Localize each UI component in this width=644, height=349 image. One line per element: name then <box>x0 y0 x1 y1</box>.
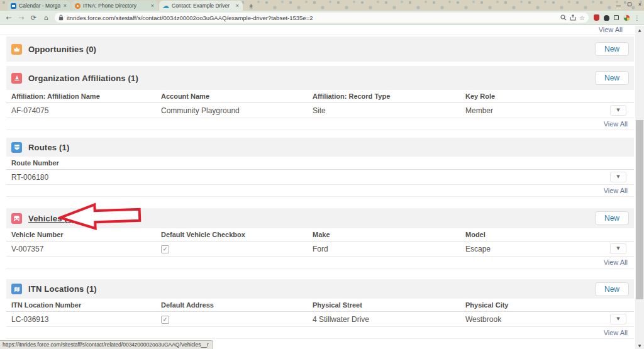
table-header-row: Affiliation: Affiliation Name Account Na… <box>6 90 634 103</box>
maximize-icon[interactable] <box>628 3 631 6</box>
checkbox-checked-icon[interactable]: ✓ <box>161 316 169 324</box>
chevron-down-icon: ▼ <box>616 317 619 321</box>
section-title-itn-locations[interactable]: ITN Locations (1) <box>28 284 97 294</box>
tab-title: Contact: Example Driver <box>172 3 233 9</box>
related-list-organization-affiliations: Organization Affiliations (1) New Affili… <box>6 66 634 130</box>
related-list-header: Opportunities (0) New <box>6 36 634 62</box>
scroll-up-icon[interactable]: ▲ <box>635 26 644 33</box>
related-list-footer: View All <box>6 257 634 269</box>
location-map-icon <box>11 284 22 294</box>
table-row: AF-074075 Community Playground Site Memb… <box>6 103 634 118</box>
extension-paw-icon[interactable] <box>604 15 609 21</box>
calendar-favicon-icon <box>11 3 16 9</box>
route-icon <box>11 142 22 153</box>
tab-contact-example-driver[interactable]: ☁ Contact: Example Driver × <box>159 1 243 11</box>
lock-icon <box>58 14 64 21</box>
view-all-link[interactable]: View All <box>604 120 628 128</box>
vehicle-car-icon <box>11 213 22 224</box>
home-icon[interactable]: ⌂ <box>40 14 52 22</box>
address-bar[interactable]: itnrides.force.com/sitestaff/s/contact/0… <box>55 13 589 23</box>
tab-close-icon[interactable]: × <box>63 3 67 9</box>
table-header-row: Route Number <box>6 157 634 170</box>
bookmark-star-icon[interactable]: ☆ <box>579 14 585 21</box>
view-all-link[interactable]: View All <box>604 329 628 336</box>
affiliation-icon <box>11 73 22 84</box>
close-window-icon[interactable]: × <box>638 1 641 8</box>
section-title-organization-affiliations[interactable]: Organization Affiliations (1) <box>28 74 138 83</box>
minimize-icon[interactable] <box>616 3 621 6</box>
opportunity-crown-icon <box>11 44 22 55</box>
row-actions-button[interactable]: ▼ <box>610 172 626 182</box>
reload-icon[interactable]: ⟳ <box>28 14 40 22</box>
tab-itna-directory[interactable]: ITNA: Phone Directory × <box>72 1 158 11</box>
status-bar-url: https://itnrides.force.com/sitestaff/s/c… <box>0 340 213 349</box>
back-icon[interactable]: ← <box>3 14 15 22</box>
scrollbar-thumb[interactable] <box>636 120 643 299</box>
new-vehicle-button[interactable]: New <box>595 211 629 225</box>
adblock-shield-icon[interactable] <box>594 14 599 21</box>
table-row: RT-006180 ▼ <box>6 170 634 185</box>
itna-favicon-icon <box>75 3 80 9</box>
section-title-routes[interactable]: Routes (1) <box>28 143 70 152</box>
related-list-routes: Routes (1) Route Number RT-006180 ▼ View… <box>6 138 634 197</box>
table-row: LC-036913 ✓ 4 Stillwater Drive Westbrook… <box>6 312 634 327</box>
chevron-down-icon: ▼ <box>616 247 619 251</box>
contact-related-lists-page: View All Opportunities (0) New Organizat… <box>0 26 635 349</box>
related-list-itn-locations: ITN Locations (1) New ITN Location Numbe… <box>6 279 634 339</box>
table-header-row: ITN Location Number Default Address Phys… <box>6 299 634 312</box>
tab-close-icon[interactable]: × <box>150 3 155 9</box>
record-link[interactable]: RT-006180 <box>11 173 48 182</box>
table-row: V-007357 ✓ Ford Escape ▼ <box>6 241 634 257</box>
chevron-down-icon: ▼ <box>616 108 619 113</box>
url-text: itnrides.force.com/sitestaff/s/contact/0… <box>67 14 557 21</box>
tab-title: Calendar - Morgan Jameson - O <box>19 3 60 9</box>
new-opportunity-button[interactable]: New <box>595 42 629 56</box>
new-tab-button[interactable]: + <box>247 1 255 11</box>
share-icon[interactable] <box>570 14 576 21</box>
view-all-link[interactable]: View All <box>604 187 628 194</box>
salesforce-cloud-favicon-icon: ☁ <box>162 3 169 9</box>
related-list-opportunities: Opportunities (0) New <box>6 36 634 62</box>
browser-tab-strip: Calendar - Morgan Jameson - O × ITNA: Ph… <box>0 0 644 11</box>
record-link[interactable]: LC-036913 <box>11 315 48 324</box>
chevron-down-icon: ▼ <box>616 175 619 179</box>
row-actions-button[interactable]: ▼ <box>610 243 626 254</box>
forward-icon[interactable]: → <box>15 14 28 22</box>
related-list-header: ITN Locations (1) New <box>6 279 634 299</box>
checkbox-checked-icon[interactable]: ✓ <box>161 245 169 253</box>
zoom-icon[interactable] <box>560 14 567 21</box>
previous-section-footer: View All <box>0 26 635 35</box>
row-actions-button[interactable]: ▼ <box>610 105 626 116</box>
view-all-link[interactable]: View All <box>604 258 628 266</box>
window-controls: × <box>616 1 641 8</box>
related-list-header: Organization Affiliations (1) New <box>6 66 634 90</box>
related-list-header: Routes (1) <box>6 138 634 157</box>
new-affiliation-button[interactable]: New <box>595 71 629 85</box>
related-list-footer: View All <box>6 185 634 197</box>
browser-toolbar: ← → ⟳ ⌂ itnrides.force.com/sitestaff/s/c… <box>0 11 644 25</box>
scroll-down-icon[interactable]: ▼ <box>635 341 644 349</box>
tab-close-icon[interactable]: × <box>235 3 240 9</box>
record-link[interactable]: AF-074075 <box>11 106 48 115</box>
annotation-arrow-icon <box>58 201 142 233</box>
profile-avatar[interactable] <box>623 14 630 21</box>
tab-title: ITNA: Phone Directory <box>83 3 148 9</box>
tab-calendar[interactable]: Calendar - Morgan Jameson - O × <box>8 1 70 11</box>
extension-box-icon[interactable] <box>614 15 619 20</box>
row-actions-button[interactable]: ▼ <box>610 314 626 324</box>
browser-menu-icon[interactable]: ⋮ <box>634 14 640 21</box>
related-list-footer: View All <box>6 327 634 339</box>
view-all-link[interactable]: View All <box>599 26 623 33</box>
new-location-button[interactable]: New <box>595 282 629 296</box>
related-list-footer: View All <box>6 118 634 130</box>
section-title-opportunities[interactable]: Opportunities (0) <box>28 45 96 54</box>
record-link[interactable]: V-007357 <box>11 245 43 253</box>
vertical-scrollbar[interactable]: ▲ ▼ <box>635 26 644 349</box>
extensions-area <box>594 14 630 21</box>
